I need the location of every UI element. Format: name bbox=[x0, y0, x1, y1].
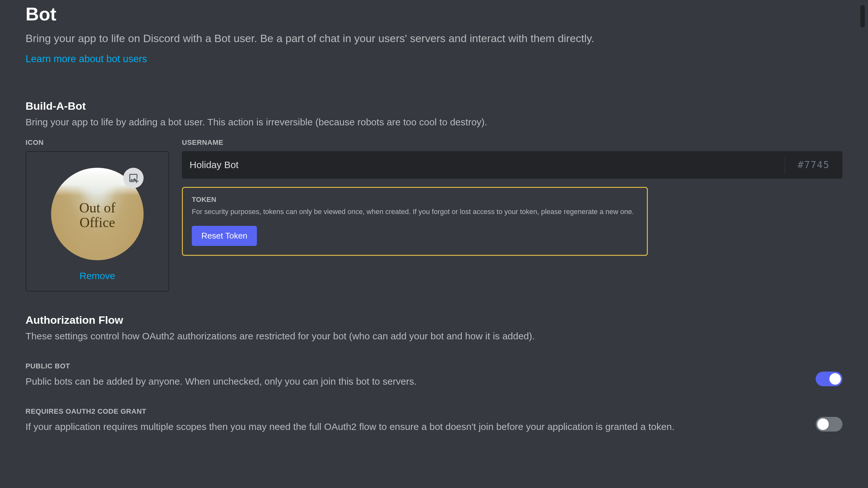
auth-flow-desc: These settings control how OAuth2 author… bbox=[26, 329, 842, 343]
token-label: TOKEN bbox=[192, 196, 638, 204]
username-row: #7745 bbox=[182, 151, 842, 178]
learn-more-link[interactable]: Learn more about bot users bbox=[26, 53, 147, 65]
build-a-bot-title: Build-A-Bot bbox=[26, 100, 842, 112]
oauth-grant-label: REQUIRES OAUTH2 CODE GRANT bbox=[26, 407, 797, 416]
public-bot-label: PUBLIC BOT bbox=[26, 362, 797, 370]
auth-flow-title: Authorization Flow bbox=[26, 314, 842, 326]
oauth-grant-desc: If your application requires multiple sc… bbox=[26, 420, 797, 433]
scrollbar-thumb[interactable] bbox=[860, 5, 865, 27]
public-bot-toggle[interactable] bbox=[816, 371, 842, 386]
icon-upload-box[interactable]: Out of Office Remove bbox=[26, 151, 169, 292]
token-box: TOKEN For security purposes, tokens can … bbox=[182, 187, 648, 256]
page-title: Bot bbox=[26, 3, 842, 25]
oauth-grant-toggle[interactable] bbox=[816, 417, 842, 431]
build-a-bot-desc: Bring your app to life by adding a bot u… bbox=[26, 116, 842, 129]
remove-icon-link[interactable]: Remove bbox=[80, 270, 115, 281]
icon-label: ICON bbox=[26, 138, 169, 147]
avatar-text: Out of Office bbox=[79, 201, 116, 230]
public-bot-desc: Public bots can be added by anyone. When… bbox=[26, 375, 797, 388]
upload-image-icon[interactable] bbox=[123, 168, 144, 188]
page-subtitle: Bring your app to life on Discord with a… bbox=[26, 31, 842, 46]
username-input[interactable] bbox=[182, 151, 785, 178]
username-label: USERNAME bbox=[182, 138, 842, 147]
reset-token-button[interactable]: Reset Token bbox=[192, 226, 257, 246]
discriminator: #7745 bbox=[785, 156, 842, 174]
token-desc: For security purposes, tokens can only b… bbox=[192, 206, 638, 217]
